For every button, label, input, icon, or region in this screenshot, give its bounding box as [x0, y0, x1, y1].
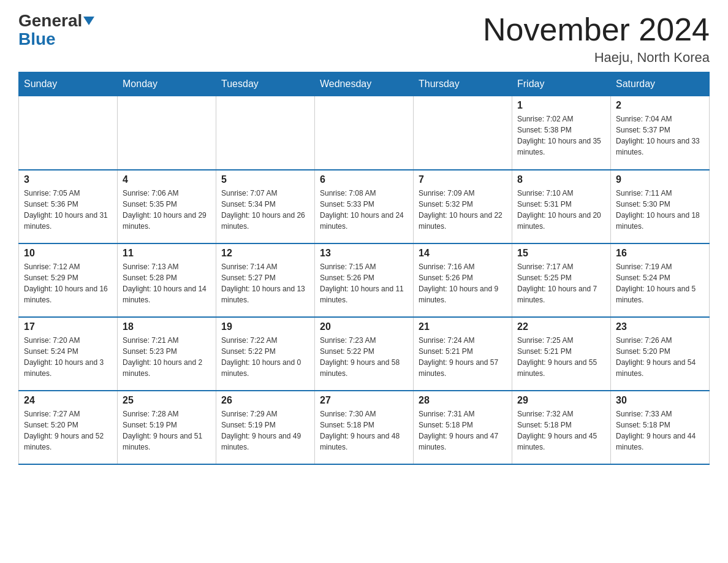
day-number: 1	[517, 100, 605, 111]
day-number: 26	[221, 395, 309, 406]
day-number: 30	[616, 395, 704, 406]
day-info: Sunrise: 7:24 AMSunset: 5:21 PMDaylight:…	[419, 335, 507, 379]
calendar-header-row: SundayMondayTuesdayWednesdayThursdayFrid…	[19, 72, 710, 96]
calendar-week-2: 3Sunrise: 7:05 AMSunset: 5:36 PMDaylight…	[19, 170, 710, 243]
calendar-cell: 18Sunrise: 7:21 AMSunset: 5:23 PMDayligh…	[118, 317, 216, 391]
day-number: 5	[221, 174, 309, 185]
calendar-cell: 30Sunrise: 7:33 AMSunset: 5:18 PMDayligh…	[611, 391, 710, 464]
day-info: Sunrise: 7:13 AMSunset: 5:28 PMDaylight:…	[123, 261, 211, 305]
day-info: Sunrise: 7:28 AMSunset: 5:19 PMDaylight:…	[123, 408, 211, 453]
day-info: Sunrise: 7:33 AMSunset: 5:18 PMDaylight:…	[616, 408, 704, 453]
calendar-cell	[19, 96, 118, 170]
day-info: Sunrise: 7:10 AMSunset: 5:31 PMDaylight:…	[517, 188, 605, 232]
calendar-cell: 28Sunrise: 7:31 AMSunset: 5:18 PMDayligh…	[414, 391, 512, 464]
logo-blue: Blue	[18, 29, 56, 49]
day-info: Sunrise: 7:04 AMSunset: 5:37 PMDaylight:…	[616, 113, 704, 158]
calendar-week-5: 24Sunrise: 7:27 AMSunset: 5:20 PMDayligh…	[19, 391, 710, 464]
column-header-monday: Monday	[118, 72, 216, 96]
day-info: Sunrise: 7:30 AMSunset: 5:18 PMDaylight:…	[320, 408, 408, 453]
column-header-sunday: Sunday	[19, 72, 118, 96]
day-number: 23	[616, 321, 704, 332]
calendar-cell: 12Sunrise: 7:14 AMSunset: 5:27 PMDayligh…	[216, 243, 315, 317]
day-info: Sunrise: 7:26 AMSunset: 5:20 PMDaylight:…	[616, 335, 704, 379]
calendar-cell: 14Sunrise: 7:16 AMSunset: 5:26 PMDayligh…	[414, 243, 512, 317]
calendar-cell: 1Sunrise: 7:02 AMSunset: 5:38 PMDaylight…	[512, 96, 611, 170]
calendar-cell: 13Sunrise: 7:15 AMSunset: 5:26 PMDayligh…	[315, 243, 414, 317]
day-number: 14	[419, 248, 507, 259]
day-number: 27	[320, 395, 408, 406]
calendar-cell: 6Sunrise: 7:08 AMSunset: 5:33 PMDaylight…	[315, 170, 414, 243]
column-header-thursday: Thursday	[414, 72, 512, 96]
day-info: Sunrise: 7:29 AMSunset: 5:19 PMDaylight:…	[221, 408, 309, 453]
calendar-table: SundayMondayTuesdayWednesdayThursdayFrid…	[18, 72, 710, 465]
day-number: 7	[419, 174, 507, 185]
location: Haeju, North Korea	[483, 50, 710, 66]
calendar-cell: 17Sunrise: 7:20 AMSunset: 5:24 PMDayligh…	[19, 317, 118, 391]
day-number: 15	[517, 248, 605, 259]
day-info: Sunrise: 7:12 AMSunset: 5:29 PMDaylight:…	[24, 261, 112, 305]
calendar-cell: 2Sunrise: 7:04 AMSunset: 5:37 PMDaylight…	[611, 96, 710, 170]
day-number: 18	[123, 321, 211, 332]
calendar-cell: 20Sunrise: 7:23 AMSunset: 5:22 PMDayligh…	[315, 317, 414, 391]
day-info: Sunrise: 7:19 AMSunset: 5:24 PMDaylight:…	[616, 261, 704, 305]
calendar-cell: 15Sunrise: 7:17 AMSunset: 5:25 PMDayligh…	[512, 243, 611, 317]
calendar-cell: 22Sunrise: 7:25 AMSunset: 5:21 PMDayligh…	[512, 317, 611, 391]
day-info: Sunrise: 7:22 AMSunset: 5:22 PMDaylight:…	[221, 335, 309, 379]
day-info: Sunrise: 7:05 AMSunset: 5:36 PMDaylight:…	[24, 188, 112, 232]
calendar-cell: 24Sunrise: 7:27 AMSunset: 5:20 PMDayligh…	[19, 391, 118, 464]
calendar-week-3: 10Sunrise: 7:12 AMSunset: 5:29 PMDayligh…	[19, 243, 710, 317]
day-info: Sunrise: 7:11 AMSunset: 5:30 PMDaylight:…	[616, 188, 704, 232]
day-number: 12	[221, 248, 309, 259]
day-number: 11	[123, 248, 211, 259]
day-info: Sunrise: 7:27 AMSunset: 5:20 PMDaylight:…	[24, 408, 112, 453]
calendar-cell: 16Sunrise: 7:19 AMSunset: 5:24 PMDayligh…	[611, 243, 710, 317]
calendar-cell: 10Sunrise: 7:12 AMSunset: 5:29 PMDayligh…	[19, 243, 118, 317]
day-number: 10	[24, 248, 112, 259]
calendar-cell: 19Sunrise: 7:22 AMSunset: 5:22 PMDayligh…	[216, 317, 315, 391]
title-section: November 2024 Haeju, North Korea	[483, 12, 710, 66]
day-number: 16	[616, 248, 704, 259]
day-info: Sunrise: 7:02 AMSunset: 5:38 PMDaylight:…	[517, 113, 605, 158]
day-number: 20	[320, 321, 408, 332]
day-info: Sunrise: 7:14 AMSunset: 5:27 PMDaylight:…	[221, 261, 309, 305]
page-header: General Blue November 2024 Haeju, North …	[18, 12, 710, 66]
day-number: 4	[123, 174, 211, 185]
calendar-cell: 3Sunrise: 7:05 AMSunset: 5:36 PMDaylight…	[19, 170, 118, 243]
day-info: Sunrise: 7:17 AMSunset: 5:25 PMDaylight:…	[517, 261, 605, 305]
day-info: Sunrise: 7:08 AMSunset: 5:33 PMDaylight:…	[320, 188, 408, 232]
calendar-cell: 5Sunrise: 7:07 AMSunset: 5:34 PMDaylight…	[216, 170, 315, 243]
calendar-cell: 4Sunrise: 7:06 AMSunset: 5:35 PMDaylight…	[118, 170, 216, 243]
logo-general: General	[18, 12, 94, 29]
day-number: 17	[24, 321, 112, 332]
day-number: 25	[123, 395, 211, 406]
calendar-cell: 7Sunrise: 7:09 AMSunset: 5:32 PMDaylight…	[414, 170, 512, 243]
calendar-cell	[414, 96, 512, 170]
day-info: Sunrise: 7:32 AMSunset: 5:18 PMDaylight:…	[517, 408, 605, 453]
calendar-cell: 29Sunrise: 7:32 AMSunset: 5:18 PMDayligh…	[512, 391, 611, 464]
day-number: 13	[320, 248, 408, 259]
day-number: 19	[221, 321, 309, 332]
day-info: Sunrise: 7:09 AMSunset: 5:32 PMDaylight:…	[419, 188, 507, 232]
day-info: Sunrise: 7:16 AMSunset: 5:26 PMDaylight:…	[419, 261, 507, 305]
calendar-cell: 11Sunrise: 7:13 AMSunset: 5:28 PMDayligh…	[118, 243, 216, 317]
day-number: 21	[419, 321, 507, 332]
calendar-week-4: 17Sunrise: 7:20 AMSunset: 5:24 PMDayligh…	[19, 317, 710, 391]
calendar-cell: 21Sunrise: 7:24 AMSunset: 5:21 PMDayligh…	[414, 317, 512, 391]
day-number: 22	[517, 321, 605, 332]
column-header-tuesday: Tuesday	[216, 72, 315, 96]
calendar-cell: 9Sunrise: 7:11 AMSunset: 5:30 PMDaylight…	[611, 170, 710, 243]
day-info: Sunrise: 7:07 AMSunset: 5:34 PMDaylight:…	[221, 188, 309, 232]
month-title: November 2024	[483, 12, 710, 47]
calendar-cell: 8Sunrise: 7:10 AMSunset: 5:31 PMDaylight…	[512, 170, 611, 243]
column-header-friday: Friday	[512, 72, 611, 96]
day-number: 9	[616, 174, 704, 185]
logo-triangle-icon	[83, 17, 94, 25]
day-number: 8	[517, 174, 605, 185]
day-info: Sunrise: 7:21 AMSunset: 5:23 PMDaylight:…	[123, 335, 211, 379]
day-info: Sunrise: 7:06 AMSunset: 5:35 PMDaylight:…	[123, 188, 211, 232]
calendar-week-1: 1Sunrise: 7:02 AMSunset: 5:38 PMDaylight…	[19, 96, 710, 170]
day-number: 24	[24, 395, 112, 406]
column-header-wednesday: Wednesday	[315, 72, 414, 96]
calendar-cell	[315, 96, 414, 170]
calendar-cell: 27Sunrise: 7:30 AMSunset: 5:18 PMDayligh…	[315, 391, 414, 464]
